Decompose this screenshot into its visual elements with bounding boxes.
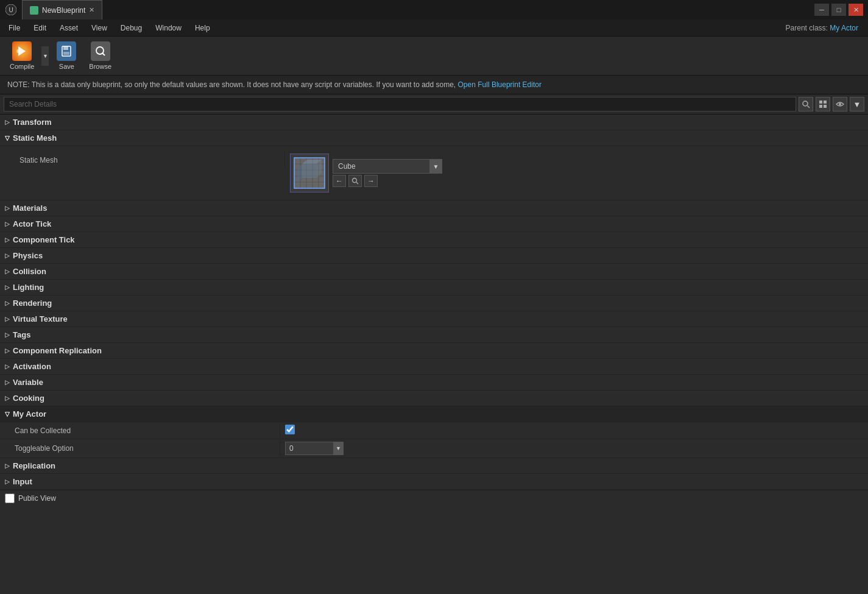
close-button[interactable]: ✕ [849, 4, 863, 16]
browse-button[interactable]: Browse [84, 39, 116, 72]
section-lighting[interactable]: ▷ Lighting [0, 280, 868, 295]
menu-debug[interactable]: Debug [115, 21, 148, 35]
can-be-collected-value [280, 422, 868, 439]
can-be-collected-checkbox[interactable] [285, 425, 295, 434]
svg-rect-6 [63, 52, 69, 55]
replication-label: Replication [13, 461, 55, 470]
section-component-replication[interactable]: ▷ Component Replication [0, 343, 868, 359]
static-mesh-label: Static Mesh [13, 133, 57, 143]
component-replication-label: Component Replication [13, 346, 102, 355]
svg-line-10 [808, 106, 810, 108]
mesh-preview-row: ▼ ← → [290, 154, 858, 193]
section-physics[interactable]: ▷ Physics [0, 248, 868, 264]
static-mesh-property-value: ▼ ← → [285, 151, 863, 195]
browse-label: Browse [89, 63, 111, 70]
eye-button[interactable] [833, 97, 847, 111]
save-label: Save [59, 63, 74, 70]
menu-help[interactable]: Help [189, 21, 216, 35]
menu-view[interactable]: View [85, 21, 113, 35]
toggleable-option-label: Toggleable Option [0, 442, 280, 455]
section-cooking[interactable]: ▷ Cooking [0, 391, 868, 406]
spinbox-down-btn[interactable]: ▼ [334, 442, 344, 455]
save-icon-wrapper [57, 41, 76, 61]
component-replication-arrow: ▷ [5, 347, 10, 354]
filter-dropdown-button[interactable]: ▼ [850, 97, 864, 111]
section-component-tick[interactable]: ▷ Component Tick [0, 232, 868, 248]
section-materials[interactable]: ▷ Materials [0, 200, 868, 216]
section-replication[interactable]: ▷ Replication [0, 458, 868, 474]
menu-asset[interactable]: Asset [54, 21, 84, 35]
parent-class-label: Parent class: [786, 24, 828, 32]
section-rendering[interactable]: ▷ Rendering [0, 295, 868, 311]
searchbar: ▼ [0, 94, 868, 115]
actor-tick-label: Actor Tick [13, 219, 51, 228]
toggleable-option-value: ▼ [280, 439, 868, 458]
lighting-label: Lighting [13, 283, 44, 292]
menu-edit[interactable]: Edit [27, 21, 52, 35]
compile-icon [12, 41, 32, 61]
mesh-back-btn[interactable]: ← [333, 175, 346, 187]
section-variable[interactable]: ▷ Variable [0, 375, 868, 391]
section-collision[interactable]: ▷ Collision [0, 264, 868, 280]
blueprint-tab-close[interactable]: ✕ [89, 6, 94, 14]
svg-point-32 [353, 179, 357, 183]
svg-line-8 [102, 54, 105, 56]
mesh-name-dropdown: ▼ ← → [333, 159, 442, 187]
section-input[interactable]: ▷ Input [0, 474, 868, 490]
menu-window[interactable]: Window [149, 21, 188, 35]
variable-label: Variable [13, 378, 43, 387]
section-my-actor[interactable]: ▽ My Actor [0, 406, 868, 422]
save-button[interactable]: Save [51, 39, 82, 72]
maximize-button[interactable]: □ [831, 4, 846, 16]
compile-button[interactable]: Compile [5, 39, 39, 72]
details-panel[interactable]: ▷ Transform ▽ Static Mesh Static Mesh [0, 115, 868, 592]
note-message: NOTE: This is a data only blueprint, so … [7, 80, 456, 89]
activation-label: Activation [13, 362, 51, 371]
toolbar: Compile ▼ Save Browse [0, 37, 868, 76]
can-be-collected-row: Can be Collected [0, 422, 868, 439]
collision-arrow: ▷ [5, 268, 10, 275]
section-activation[interactable]: ▷ Activation [0, 359, 868, 375]
section-tags[interactable]: ▷ Tags [0, 327, 868, 343]
compile-dropdown-button[interactable]: ▼ [41, 46, 49, 66]
save-icon [57, 41, 76, 61]
blueprint-tab[interactable]: NewBlueprint ✕ [22, 0, 102, 19]
mesh-dropdown-btn[interactable]: ▼ [430, 159, 442, 174]
static-mesh-content: Static Mesh [0, 146, 868, 200]
parent-class-link[interactable]: My Actor [830, 24, 858, 32]
toggleable-option-row: Toggleable Option ▼ [0, 439, 868, 458]
mesh-dropdown-wrapper: ▼ [333, 159, 442, 174]
mesh-forward-btn[interactable]: → [364, 175, 378, 187]
open-blueprint-link[interactable]: Open Full Blueprint Editor [458, 80, 542, 89]
menu-file[interactable]: File [2, 21, 26, 35]
input-arrow: ▷ [5, 478, 10, 485]
svg-rect-5 [63, 46, 68, 50]
physics-label: Physics [13, 251, 43, 260]
section-static-mesh[interactable]: ▽ Static Mesh [0, 130, 868, 146]
can-be-collected-label: Can be Collected [0, 424, 280, 437]
parent-class: Parent class: My Actor [786, 24, 866, 32]
search-input[interactable] [4, 97, 796, 111]
actor-tick-arrow: ▷ [5, 221, 10, 227]
minimize-button[interactable]: ─ [814, 4, 829, 16]
public-view-row: Public View [0, 490, 868, 506]
collision-label: Collision [13, 267, 46, 276]
svg-point-9 [803, 101, 808, 106]
mesh-actions: ← → [333, 175, 442, 187]
grid-view-button[interactable] [816, 97, 830, 111]
public-view-checkbox[interactable] [5, 493, 15, 503]
svg-rect-13 [819, 105, 822, 108]
toggleable-option-input[interactable] [285, 442, 334, 455]
physics-arrow: ▷ [5, 252, 10, 259]
main-panel: ▷ Transform ▽ Static Mesh Static Mesh [0, 115, 868, 592]
titlebar: U NewBlueprint ✕ ─ □ ✕ [0, 0, 868, 19]
mesh-name-input[interactable] [333, 159, 430, 174]
section-virtual-texture[interactable]: ▷ Virtual Texture [0, 311, 868, 327]
virtual-texture-arrow: ▷ [5, 316, 10, 322]
search-button[interactable] [799, 97, 813, 111]
mesh-search-btn[interactable] [348, 175, 362, 187]
section-transform[interactable]: ▷ Transform [0, 115, 868, 130]
section-actor-tick[interactable]: ▷ Actor Tick [0, 216, 868, 232]
my-actor-content: Can be Collected Toggleable Option ▼ [0, 422, 868, 458]
rendering-label: Rendering [13, 299, 52, 308]
